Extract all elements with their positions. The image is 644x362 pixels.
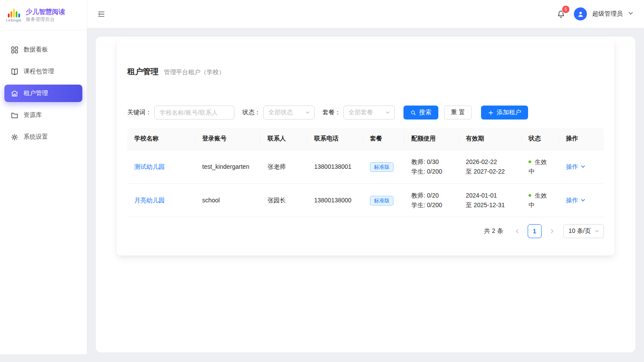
account-cell: test_kindergarten bbox=[195, 150, 261, 184]
validity-end: 至 2027-02-22 bbox=[466, 167, 515, 176]
page-size-value: 10 条/页 bbox=[569, 227, 591, 235]
status-select-value: 全部状态 bbox=[268, 109, 293, 116]
contact-cell: 张老师 bbox=[261, 150, 307, 184]
brand-title: 少儿智慧阅读 bbox=[26, 7, 65, 16]
brand-text: 少儿智慧阅读 服务管理后台 bbox=[26, 7, 65, 23]
brand-name: LeSingle bbox=[6, 18, 21, 22]
keyword-input[interactable] bbox=[154, 106, 234, 120]
school-name-link[interactable]: 月亮幼儿园 bbox=[134, 197, 165, 204]
sidebar-menu: 数据看板 课程包管理 租户管理 资源库 系统设置 bbox=[0, 31, 87, 161]
add-tenant-button[interactable]: 添加租户 bbox=[481, 106, 528, 120]
brand-subtitle: 服务管理后台 bbox=[26, 16, 65, 23]
validity-start: 2024-01-01 bbox=[466, 191, 515, 200]
dashboard-icon bbox=[11, 46, 18, 54]
search-button-label: 搜索 bbox=[419, 109, 431, 116]
quota-students: 学生: 0/200 bbox=[411, 200, 452, 210]
pagination: 共 2 条 1 10 条/页 bbox=[127, 224, 604, 238]
validity-end: 至 2025-12-31 bbox=[466, 200, 515, 210]
validity-cell: 2026-02-22 至 2027-02-22 bbox=[459, 150, 522, 184]
tenant-management-card: 租户管理 管理平台租户（学校） 关键词： 状态： 全部状态 套餐： bbox=[117, 39, 614, 256]
plan-tag: 标准版 bbox=[370, 162, 393, 172]
quota-students: 学生: 0/200 bbox=[411, 167, 452, 176]
main-column: 5 超级管理员 租户管理 管理平台租户（学校） bbox=[87, 0, 644, 362]
search-button[interactable]: 搜索 bbox=[403, 106, 438, 120]
notification-badge: 5 bbox=[562, 6, 569, 13]
sidebar-item-resource-library[interactable]: 资源库 bbox=[4, 106, 82, 124]
account-cell: school bbox=[195, 184, 261, 217]
quota-teachers: 教师: 0/20 bbox=[411, 191, 452, 200]
tenant-building-icon bbox=[11, 90, 18, 97]
status-dot-icon bbox=[529, 161, 531, 163]
status-select[interactable]: 全部状态 bbox=[263, 106, 315, 120]
plan-select[interactable]: 全部套餐 bbox=[343, 106, 395, 120]
col-header-plan: 套餐 bbox=[363, 128, 404, 150]
add-tenant-button-label: 添加租户 bbox=[497, 109, 521, 116]
notification-bell-button[interactable]: 5 bbox=[555, 8, 567, 20]
col-header-account: 登录账号 bbox=[195, 128, 261, 150]
status-text: 生效中 bbox=[529, 158, 547, 175]
sidebar-collapse-button[interactable] bbox=[94, 7, 108, 21]
quota-cell: 教师: 0/20 学生: 0/200 bbox=[404, 184, 459, 217]
reset-button[interactable]: 重 置 bbox=[444, 106, 472, 120]
chevron-down-icon bbox=[594, 229, 600, 234]
user-menu-chevron-down-icon[interactable] bbox=[628, 10, 634, 17]
chevron-down-icon bbox=[580, 198, 586, 203]
chevron-down-icon bbox=[385, 110, 390, 115]
pagination-total: 共 2 条 bbox=[484, 227, 503, 235]
col-header-validity: 有效期 bbox=[459, 128, 522, 150]
plan-tag: 标准版 bbox=[370, 196, 393, 205]
app-root: LeSingle 少儿智慧阅读 服务管理后台 数据看板 课程包管理 租户管理 bbox=[0, 0, 644, 362]
school-name-link[interactable]: 测试幼儿园 bbox=[134, 163, 165, 170]
reset-button-label: 重 置 bbox=[451, 109, 465, 116]
status-text: 生效中 bbox=[529, 192, 547, 208]
col-header-status: 状态 bbox=[522, 128, 559, 150]
sidebar-item-course-packages[interactable]: 课程包管理 bbox=[4, 63, 82, 80]
sidebar-item-dashboard[interactable]: 数据看板 bbox=[4, 41, 82, 58]
status-label: 状态： bbox=[242, 109, 261, 116]
folder-icon bbox=[11, 112, 18, 119]
plan-label: 套餐： bbox=[322, 109, 341, 116]
phone-cell: 13800138000 bbox=[307, 184, 363, 217]
page-size-select[interactable]: 10 条/页 bbox=[563, 224, 604, 238]
content-area: 租户管理 管理平台租户（学校） 关键词： 状态： 全部状态 套餐： bbox=[87, 28, 644, 362]
contact-cell: 张园长 bbox=[261, 184, 307, 217]
chevron-right-icon bbox=[549, 229, 555, 234]
chevron-down-icon bbox=[580, 164, 586, 169]
row-action-dropdown[interactable]: 操作 bbox=[566, 162, 586, 171]
gear-icon bbox=[11, 133, 18, 141]
keyword-label: 关键词： bbox=[127, 109, 152, 116]
sidebar-item-system-settings[interactable]: 系统设置 bbox=[4, 128, 82, 146]
next-page-button[interactable] bbox=[545, 224, 559, 238]
book-icon bbox=[11, 68, 18, 75]
status-dot-icon bbox=[529, 194, 531, 197]
search-icon bbox=[410, 110, 416, 116]
status-cell: 生效中 bbox=[522, 150, 559, 184]
brand-logo: LeSingle 少儿智慧阅读 服务管理后台 bbox=[0, 0, 87, 31]
prev-page-button[interactable] bbox=[510, 224, 524, 238]
logo-bars-icon bbox=[8, 8, 20, 17]
sidebar-item-tenant-management[interactable]: 租户管理 bbox=[4, 85, 82, 102]
table-row: 测试幼儿园 test_kindergarten 张老师 13800138001 … bbox=[127, 150, 604, 184]
row-action-dropdown[interactable]: 操作 bbox=[566, 195, 586, 205]
sidebar-item-label: 课程包管理 bbox=[24, 68, 54, 75]
col-header-school: 学校名称 bbox=[127, 128, 195, 150]
validity-cell: 2024-01-01 至 2025-12-31 bbox=[459, 184, 522, 217]
sidebar: LeSingle 少儿智慧阅读 服务管理后台 数据看板 课程包管理 租户管理 bbox=[0, 0, 87, 354]
row-action-label: 操作 bbox=[566, 162, 578, 171]
table-header-row: 学校名称 登录账号 联系人 联系电话 套餐 配额使用 有效期 状态 操作 bbox=[127, 128, 604, 150]
filter-bar: 关键词： 状态： 全部状态 套餐： 全部套餐 bbox=[127, 106, 604, 120]
quota-cell: 教师: 0/30 学生: 0/200 bbox=[404, 150, 459, 184]
chevron-down-icon bbox=[305, 110, 310, 115]
col-header-quota: 配额使用 bbox=[404, 128, 459, 150]
sidebar-item-label: 资源库 bbox=[24, 111, 42, 119]
plan-select-value: 全部套餐 bbox=[349, 109, 373, 116]
page-1-button[interactable]: 1 bbox=[528, 224, 542, 238]
menu-fold-icon bbox=[98, 10, 105, 18]
quota-teachers: 教师: 0/30 bbox=[411, 157, 452, 167]
col-header-actions: 操作 bbox=[559, 128, 604, 150]
sidebar-item-label: 系统设置 bbox=[24, 133, 48, 141]
username[interactable]: 超级管理员 bbox=[592, 10, 623, 18]
avatar[interactable] bbox=[574, 7, 587, 20]
tenant-table: 学校名称 登录账号 联系人 联系电话 套餐 配额使用 有效期 状态 操作 bbox=[127, 128, 604, 217]
plus-icon bbox=[488, 110, 494, 116]
